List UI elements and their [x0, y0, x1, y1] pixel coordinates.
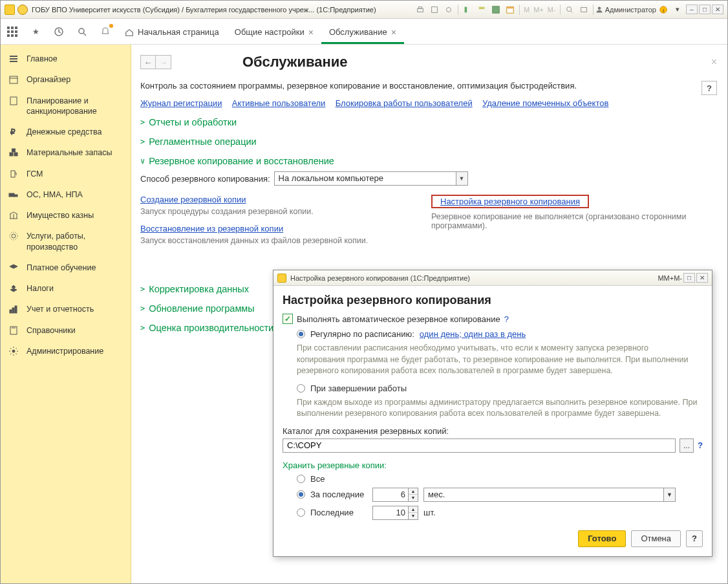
chevron-down-icon[interactable]: ▼ — [456, 172, 467, 185]
sidebar-item-money[interactable]: ₽Денежные средства — [1, 122, 131, 142]
path-label: Каталог для сохранения резервных копий: — [283, 426, 449, 436]
close-icon[interactable]: × — [308, 28, 314, 37]
keep-lastn-spinner[interactable]: 6▲▼ — [372, 488, 418, 502]
sidebar-item-materials[interactable]: Материальные запасы — [1, 142, 131, 163]
sidebar-item-services[interactable]: Услуги, работы, производство — [1, 226, 131, 257]
zoom-icon[interactable] — [564, 4, 575, 16]
page-title: Обслуживание — [242, 54, 347, 70]
svg-point-36 — [10, 232, 17, 240]
book-icon — [7, 325, 20, 336]
close-button[interactable]: ✕ — [696, 273, 708, 283]
star-icon[interactable]: ★ — [29, 25, 42, 38]
save-icon[interactable] — [429, 4, 440, 16]
sidebar-item-fuel[interactable]: ГСМ — [1, 164, 131, 184]
sidebar-item-treasury[interactable]: Имущество казны — [1, 205, 131, 226]
keep-lastc-spinner[interactable]: 10▲▼ — [372, 506, 418, 520]
help-link[interactable]: ? — [504, 314, 509, 324]
help-button[interactable]: ? — [701, 81, 717, 95]
info-icon[interactable]: i — [658, 4, 669, 16]
svg-rect-11 — [581, 7, 586, 12]
dialog-titlebar: Настройка резервного копирования (1С:Пре… — [273, 270, 712, 286]
back-button[interactable]: ← — [140, 55, 156, 69]
minimize-button[interactable]: – — [686, 5, 698, 14]
sidebar-item-main[interactable]: Главное — [1, 49, 131, 69]
svg-rect-30 — [14, 195, 17, 197]
refresh-icon[interactable] — [443, 4, 455, 16]
link-delete-marked[interactable]: Удаление помеченных объектов — [482, 98, 608, 108]
forward-button[interactable]: → — [156, 55, 171, 69]
bank-icon — [7, 210, 20, 221]
restore-backup-hint: Запуск восстановления данных из файлов р… — [140, 236, 418, 245]
radio-on-exit[interactable] — [297, 384, 305, 393]
tab-maintenance[interactable]: Обслуживание× — [321, 21, 404, 44]
search-icon[interactable] — [76, 25, 89, 38]
close-icon[interactable]: × — [711, 56, 717, 68]
svg-rect-37 — [10, 310, 12, 313]
app-icon — [277, 274, 286, 283]
calendar-icon[interactable] — [504, 4, 516, 16]
truck-icon — [7, 189, 20, 200]
radio-schedule[interactable] — [297, 330, 305, 338]
close-button[interactable]: ✕ — [712, 5, 723, 14]
svg-text:₽: ₽ — [10, 127, 16, 136]
tool2-icon[interactable] — [476, 4, 487, 16]
apps-icon[interactable] — [6, 25, 19, 38]
schedule-hint: При составлении расписания необходимо уч… — [297, 343, 698, 377]
help-button[interactable]: ? — [686, 530, 703, 547]
sidebar-item-admin[interactable]: Администрирование — [1, 341, 131, 362]
cancel-button[interactable]: Отмена — [631, 530, 681, 547]
sidebar-item-taxes[interactable]: Налоги — [1, 278, 131, 299]
tab-settings[interactable]: Общие настройки× — [227, 21, 321, 44]
user-label[interactable]: Администратор — [595, 6, 656, 14]
browse-button[interactable]: ... — [680, 438, 694, 453]
maximize-button[interactable]: □ — [683, 273, 695, 283]
bell-icon[interactable] — [99, 25, 112, 38]
auto-backup-checkbox[interactable]: ✓ — [283, 314, 293, 324]
help-link[interactable]: ? — [698, 440, 703, 450]
link-active-users[interactable]: Активные пользователи — [232, 98, 326, 108]
sidebar-item-reports[interactable]: Учет и отчетность — [1, 299, 131, 319]
radio-keep-lastn[interactable] — [297, 490, 305, 499]
keep-lastn-unit-select[interactable]: мес.▼ — [423, 488, 676, 502]
doc-icon — [7, 96, 20, 106]
svg-rect-8 — [507, 6, 514, 8]
sidebar-item-references[interactable]: Справочники — [1, 320, 131, 341]
sidebar-item-planning[interactable]: Планирование и санкционирование — [1, 91, 131, 122]
backup-settings-dialog: Настройка резервного копирования (1С:Пре… — [273, 270, 712, 557]
window-title: ГОБУ ВПО Университет искусств (Субсидия)… — [32, 6, 376, 14]
section-backup[interactable]: ∨Резервное копирование и восстановление — [140, 156, 722, 166]
ruble-icon: ₽ — [7, 127, 20, 137]
section-scheduled[interactable]: >Регламентные операции — [140, 136, 722, 147]
exit-hint: При каждом выходе из программы администр… — [297, 397, 698, 420]
svg-rect-27 — [12, 149, 16, 152]
find-icon[interactable] — [578, 4, 590, 16]
ok-button[interactable]: Готово — [578, 530, 626, 547]
link-journal[interactable]: Журнал регистрации — [140, 98, 222, 108]
sidebar-item-education[interactable]: Платное обучение — [1, 257, 131, 278]
calc-icon[interactable] — [490, 4, 502, 16]
sidebar-item-organizer[interactable]: Органайзер — [1, 69, 131, 90]
schedule-link[interactable]: один день; один раз в день — [420, 329, 526, 339]
backup-path-input[interactable] — [283, 438, 676, 453]
print-icon[interactable] — [414, 4, 426, 16]
svg-point-35 — [12, 234, 16, 238]
tool1-icon[interactable] — [462, 4, 473, 16]
section-reports[interactable]: >Отчеты и обработки — [140, 117, 722, 127]
svg-rect-5 — [479, 6, 485, 9]
dropdown-icon[interactable]: ▾ — [672, 4, 683, 16]
link-backup-settings[interactable]: Настройка резервного копирования — [440, 197, 580, 206]
link-create-backup[interactable]: Создание резервной копии — [140, 195, 246, 204]
history-icon[interactable] — [52, 25, 65, 38]
menu-icon — [7, 54, 20, 64]
link-restore-backup[interactable]: Восстановление из резервной копии — [140, 224, 283, 233]
cap-icon — [7, 263, 20, 273]
link-block-users[interactable]: Блокировка работы пользователей — [336, 98, 473, 108]
tab-home[interactable]: Начальная страница — [117, 21, 227, 44]
maximize-button[interactable]: □ — [699, 5, 711, 14]
radio-keep-lastc[interactable] — [297, 508, 305, 517]
radio-keep-all[interactable] — [297, 475, 305, 483]
sidebar-item-os[interactable]: ОС, НМА, НПА — [1, 184, 131, 205]
backup-method-select[interactable]: На локальном компьютере ▼ — [274, 171, 468, 186]
svg-rect-21 — [10, 76, 17, 83]
close-icon[interactable]: × — [391, 28, 396, 37]
